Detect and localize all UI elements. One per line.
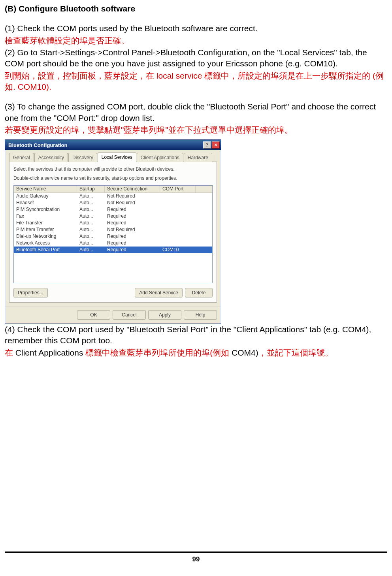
cell-startup: Auto... (77, 226, 105, 233)
cell-startup: Auto... (77, 233, 105, 240)
cell-com (160, 236, 196, 237)
cell-startup: Auto... (77, 199, 105, 206)
delete-button[interactable]: Delete (185, 288, 213, 297)
step-2-cn-d: . COM10). (13, 82, 51, 91)
step-1-cn: 檢查藍芽軟體設定的埠是否正確。 (5, 35, 387, 46)
cell-secure: Required (105, 233, 160, 240)
step-4-cn-a: 在 (5, 348, 15, 357)
table-row[interactable]: PIM SynchronizationAuto...Required (14, 206, 212, 213)
table-row[interactable]: Network AccessAuto...Required (14, 240, 212, 247)
bluetooth-config-dialog: Bluetooth Configuration ? × General Acce… (5, 139, 221, 324)
cell-secure: Not Required (105, 226, 160, 233)
panel-desc-2: Double-click a service name to set its s… (13, 175, 213, 181)
tab-hardware[interactable]: Hardware (184, 153, 212, 162)
table-row[interactable]: HeadsetAuto...Not Required (14, 200, 212, 206)
cell-com (160, 222, 196, 223)
titlebar-close-button[interactable]: × (212, 141, 220, 149)
dialog-bottom-buttons: OK Cancel Apply Help (5, 307, 221, 324)
step-2-cn-a: 到開始，設置，控制面板，藍芽設定，在 (5, 71, 156, 80)
cell-startup: Auto... (77, 246, 105, 253)
cell-startup: Auto... (77, 206, 105, 213)
properties-button[interactable]: Properties... (13, 288, 48, 297)
step-4-cn-app: Client Applications (15, 348, 83, 357)
tab-local-services[interactable]: Local Services (98, 152, 136, 162)
cell-secure: Required (105, 239, 160, 247)
dialog-tabs: General Accessibility Discovery Local Se… (9, 153, 217, 162)
dialog-title: Bluetooth Configuration (8, 142, 67, 149)
cell-com (160, 229, 196, 230)
step-4-cn-c: 例如 (213, 348, 229, 357)
cell-name: Headset (14, 199, 77, 206)
cell-name: Dial-up Networking (14, 233, 77, 240)
apply-button[interactable]: Apply (148, 310, 181, 320)
add-serial-service-button[interactable]: Add Serial Service (135, 288, 183, 297)
tab-general[interactable]: General (9, 153, 34, 162)
step-3-cn: 若要變更所設定的埠，雙擊點選"藍芽串列埠"並在下拉式選單中選擇正確的埠。 (5, 124, 387, 136)
dialog-titlebar: Bluetooth Configuration ? × (5, 140, 221, 150)
step-3: (3) To change the assigned COM port, dou… (5, 101, 387, 124)
cancel-button[interactable]: Cancel (113, 310, 146, 320)
cell-name: PIM Synchronization (14, 206, 77, 213)
help-button[interactable]: Help (184, 310, 217, 320)
cell-name: Audio Gateway (14, 192, 77, 200)
table-row[interactable]: Audio GatewayAuto...Not Required (14, 193, 212, 200)
tab-client-applications[interactable]: Client Applications (137, 153, 183, 162)
cell-name: File Transfer (14, 219, 77, 226)
step-4-cn-b: 標籤中檢查藍芽串列埠所使用的埠( (83, 348, 213, 357)
cell-secure: Required (105, 219, 160, 226)
cell-com (160, 243, 196, 243)
cell-com (160, 216, 196, 216)
cell-name: Fax (14, 213, 77, 220)
cell-secure: Required (105, 206, 160, 213)
cell-secure: Not Required (105, 199, 160, 206)
tab-accessibility[interactable]: Accessibility (34, 153, 68, 162)
col-com-port[interactable]: COM Port (160, 185, 196, 193)
services-listbox[interactable]: Service Name Startup Secure Connection C… (13, 185, 213, 283)
cell-startup: Auto... (77, 192, 105, 200)
cell-secure: Required (105, 246, 160, 253)
cell-startup: Auto... (77, 213, 105, 220)
cell-name: Bluetooth Serial Port (14, 246, 77, 253)
step-2-cn-b: 標籤中，所設定的埠須是在上一步驟所指定的 ( (202, 71, 375, 80)
list-header: Service Name Startup Secure Connection C… (14, 186, 212, 193)
section-heading: (B) Configure Bluetooth software (5, 3, 387, 14)
tab-discovery[interactable]: Discovery (68, 153, 97, 162)
panel-desc-1: Select the services that this computer w… (13, 166, 213, 172)
col-secure[interactable]: Secure Connection (105, 185, 160, 193)
step-2: (2) Go to Start->Settings->Control Panel… (5, 47, 387, 70)
cell-com (160, 202, 196, 203)
table-row[interactable]: PIM Item TransferAuto...Not Required (14, 226, 212, 233)
step-1: (1) Check the COM ports used by the Blue… (5, 23, 387, 34)
step-2-cn-mid: local service (156, 71, 202, 80)
cell-secure: Not Required (105, 192, 160, 200)
col-startup[interactable]: Startup (77, 185, 105, 193)
titlebar-help-button[interactable]: ? (203, 141, 211, 149)
cell-com (160, 209, 196, 210)
table-row[interactable]: Bluetooth Serial PortAuto...RequiredCOM1… (14, 247, 212, 253)
table-row[interactable]: FaxAuto...Required (14, 213, 212, 220)
tab-panel: Select the services that this computer w… (9, 162, 217, 302)
table-row[interactable]: File TransferAuto...Required (14, 220, 212, 226)
cell-com: COM10 (160, 246, 196, 253)
ok-button[interactable]: OK (77, 310, 110, 320)
step-4-cn-d: COM4) (229, 348, 258, 357)
table-row[interactable]: Dial-up NetworkingAuto...Required (14, 233, 212, 240)
col-service-name[interactable]: Service Name (14, 185, 77, 193)
cell-startup: Auto... (77, 239, 105, 247)
step-4: (4) Check the COM port used by "Bluetoot… (5, 324, 387, 346)
cell-name: Network Access (14, 239, 77, 247)
cell-com (160, 196, 196, 196)
step-4-cn: 在 Client Applications 標籤中檢查藍芽串列埠所使用的埠(例如… (5, 347, 387, 358)
page-number: 99 (5, 552, 387, 564)
cell-startup: Auto... (77, 219, 105, 226)
step-2-cn: 到開始，設置，控制面板，藍芽設定，在 local service 標籤中，所設定… (5, 70, 387, 93)
cell-secure: Required (105, 213, 160, 220)
cell-name: PIM Item Transfer (14, 226, 77, 233)
step-4-cn-e: ，並記下這個埠號。 (258, 348, 333, 357)
